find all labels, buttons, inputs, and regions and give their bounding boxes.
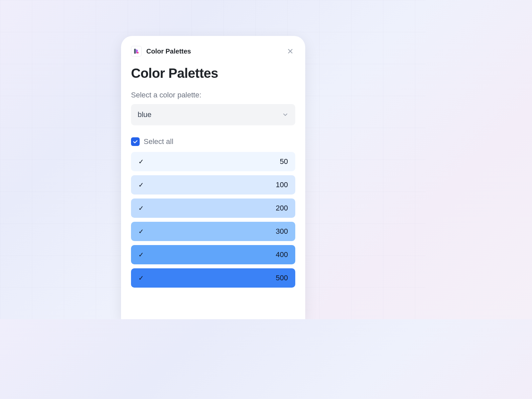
swatch-300[interactable]: ✓ 300 [131, 222, 295, 241]
svg-rect-0 [134, 49, 136, 54]
swatch-100[interactable]: ✓ 100 [131, 175, 295, 195]
swatch-label: 400 [276, 250, 288, 259]
swatch-200[interactable]: ✓ 200 [131, 199, 295, 218]
color-palettes-panel: Color Palettes Color Palettes Select a c… [121, 36, 305, 319]
check-icon: ✓ [138, 274, 144, 282]
check-icon: ✓ [138, 158, 144, 166]
select-all-row: Select all [131, 137, 295, 146]
select-all-checkbox[interactable] [131, 137, 140, 146]
panel-header: Color Palettes [131, 46, 295, 57]
swatch-label: 100 [276, 181, 288, 189]
panel-header-left: Color Palettes [131, 46, 191, 57]
check-icon: ✓ [138, 181, 144, 189]
palette-select-value: blue [138, 110, 152, 119]
close-icon [287, 48, 294, 55]
swatch-50[interactable]: ✓ 50 [131, 152, 295, 171]
swatch-500[interactable]: ✓ 500 [131, 268, 295, 288]
chevron-down-icon [282, 111, 289, 118]
swatch-400[interactable]: ✓ 400 [131, 245, 295, 264]
swatch-label: 500 [276, 274, 288, 282]
app-icon [131, 46, 142, 57]
check-icon: ✓ [138, 227, 144, 235]
swatch-list: ✓ 50 ✓ 100 ✓ 200 ✓ 300 ✓ 400 ✓ 500 [131, 152, 295, 288]
select-palette-label: Select a color palette: [131, 91, 295, 99]
check-icon [132, 139, 138, 145]
swatch-label: 200 [276, 204, 288, 212]
swatch-label: 50 [280, 157, 288, 166]
tab-title: Color Palettes [146, 48, 191, 55]
palette-select[interactable]: blue [131, 104, 295, 125]
check-icon: ✓ [138, 204, 144, 212]
select-all-label: Select all [144, 137, 173, 146]
swatch-label: 300 [276, 227, 288, 236]
close-button[interactable] [285, 46, 295, 56]
check-icon: ✓ [138, 251, 144, 259]
palette-icon [133, 48, 140, 55]
page-title: Color Palettes [131, 66, 295, 81]
